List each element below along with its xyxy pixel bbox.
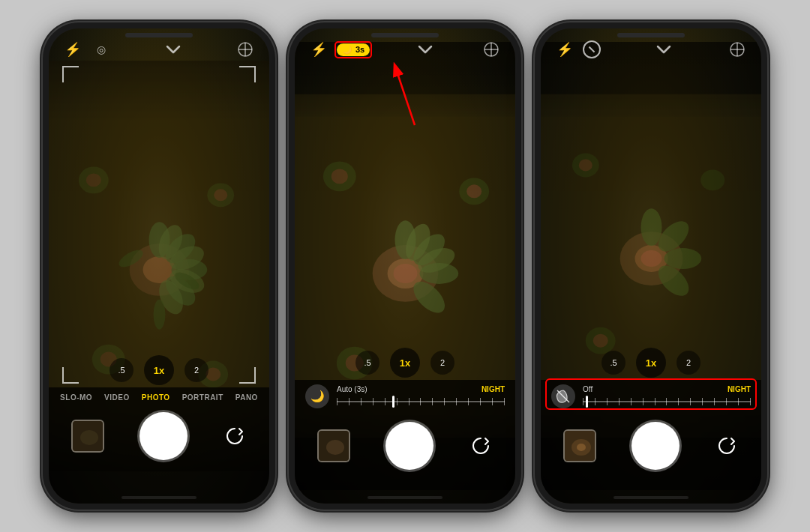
mode-slomo[interactable]: SLO-MO [60, 393, 92, 402]
svg-rect-22 [49, 61, 269, 121]
svg-point-46 [394, 264, 418, 283]
flash-icon-3[interactable]: ⚡ [554, 39, 575, 60]
svg-point-69 [593, 334, 608, 348]
svg-point-21 [154, 300, 166, 330]
phone3-screen: ⚡ .5 1x 2 [541, 28, 761, 504]
chevron-down-icon-2[interactable] [418, 45, 433, 54]
camera-top-bar-2: ⚡ 🌙 3s [295, 39, 515, 60]
zoom-controls-1: .5 1x 2 [49, 355, 269, 385]
svg-point-55 [326, 440, 344, 455]
chevron-down-icon-3[interactable] [656, 45, 671, 54]
phone2-screen: ⚡ 🌙 3s [295, 28, 515, 504]
shutter-button-1[interactable] [140, 412, 188, 460]
mode-photo[interactable]: PHOTO [142, 393, 170, 402]
rotate-icon-2[interactable] [469, 434, 493, 458]
svg-point-41 [332, 169, 348, 184]
svg-point-79 [577, 444, 586, 451]
rotate-icon-3[interactable] [715, 434, 739, 458]
camera-bottom-1: SLO-MO VIDEO PHOTO PORTRAIT PANO [49, 387, 269, 504]
night-labels: Auto (3s) NIGHT [337, 385, 505, 393]
svg-point-14 [214, 189, 227, 201]
camera-top-bar-3: ⚡ [541, 39, 761, 60]
svg-point-61 [641, 208, 662, 246]
zoom-controls-2: .5 1x 2 [295, 348, 515, 378]
photo-thumbnail-1[interactable] [71, 420, 104, 453]
phone1-screen: ⚡ ◎ .5 1x 2 [49, 28, 269, 504]
svg-point-63 [664, 248, 701, 269]
night-slider-area: Auto (3s) NIGHT [337, 385, 505, 408]
chevron-down-icon-1[interactable] [166, 45, 181, 54]
location-icon-2[interactable] [481, 39, 502, 60]
camera-bottom-3: Off NIGHT [541, 380, 761, 504]
night-label-2: NIGHT [482, 385, 505, 393]
rotate-icon-1[interactable] [223, 424, 247, 448]
night-off-slider[interactable] [583, 395, 751, 408]
zoom-05-btn-2[interactable]: .5 [356, 351, 380, 375]
zoom-2x-btn-1[interactable]: 2 [184, 358, 208, 382]
mode-selector-1: SLO-MO VIDEO PHOTO PORTRAIT PANO [49, 387, 269, 402]
auto-label: Auto (3s) [337, 385, 368, 393]
timer-badge-highlight [334, 41, 372, 58]
phone1-wrapper: ⚡ ◎ .5 1x 2 [43, 22, 275, 510]
camera-bottom-2: 🌙 Auto (3s) NIGHT [295, 380, 515, 504]
svg-point-12 [86, 173, 101, 187]
location-icon-3[interactable] [727, 39, 748, 60]
night-moon-btn-2[interactable]: 🌙 [305, 384, 329, 408]
svg-point-43 [466, 184, 482, 198]
shutter-button-3[interactable] [632, 422, 680, 470]
shutter-row-3 [541, 414, 761, 477]
shutter-row-1 [49, 405, 269, 468]
no-live-photo-icon[interactable] [583, 40, 601, 58]
flash-icon-2[interactable]: ⚡ [308, 39, 329, 60]
night-mode-row: 🌙 Auto (3s) NIGHT [295, 380, 515, 408]
zoom-2x-btn-3[interactable]: 2 [676, 351, 700, 375]
phone2: ⚡ 🌙 3s [289, 22, 521, 510]
bracket-tr-1 [239, 66, 256, 82]
shutter-inner-3 [635, 426, 676, 466]
red-arrow-annotation [381, 61, 426, 132]
phone2-wrapper: ⚡ 🌙 3s [289, 22, 521, 510]
zoom-2x-btn-2[interactable]: 2 [430, 351, 454, 375]
photo-thumbnail-3[interactable] [563, 429, 596, 462]
zoom-1x-btn-2[interactable]: 1x [390, 348, 420, 378]
flash-icon-1[interactable]: ⚡ [62, 39, 83, 60]
phone1: ⚡ ◎ .5 1x 2 [43, 22, 275, 510]
zoom-1x-btn-3[interactable]: 1x [636, 348, 666, 378]
zoom-controls-3: .5 1x 2 [541, 348, 761, 378]
zoom-05-btn-3[interactable]: .5 [602, 351, 626, 375]
mode-video[interactable]: VIDEO [104, 393, 130, 402]
shutter-button-2[interactable] [386, 422, 434, 470]
svg-point-70 [641, 250, 662, 267]
night-off-icon[interactable] [551, 384, 575, 408]
camera-top-bar-1: ⚡ ◎ [49, 39, 269, 60]
zoom-05-btn-1[interactable]: .5 [110, 358, 134, 382]
shutter-inner-1 [143, 416, 184, 456]
bracket-tl-1 [62, 66, 79, 82]
svg-line-53 [396, 69, 415, 125]
svg-point-28 [80, 430, 98, 445]
mode-portrait[interactable]: PORTRAIT [182, 393, 224, 402]
svg-point-66 [579, 159, 592, 171]
location-icon-1[interactable] [235, 39, 256, 60]
night-slider[interactable] [337, 395, 505, 408]
timer-badge-container: 🌙 3s [337, 43, 370, 56]
phone3-wrapper: ⚡ .5 1x 2 [535, 22, 767, 510]
shutter-row-2 [295, 414, 515, 477]
photo-thumbnail-2[interactable] [317, 429, 350, 462]
night-off-row: Off NIGHT [541, 380, 761, 408]
phone3: ⚡ .5 1x 2 [535, 22, 767, 510]
zoom-1x-btn-1[interactable]: 1x [144, 355, 174, 385]
live-photo-icon-1[interactable]: ◎ [91, 39, 112, 60]
svg-point-67 [700, 169, 724, 190]
shutter-inner-2 [389, 426, 430, 466]
mode-pano[interactable]: PANO [236, 393, 258, 402]
